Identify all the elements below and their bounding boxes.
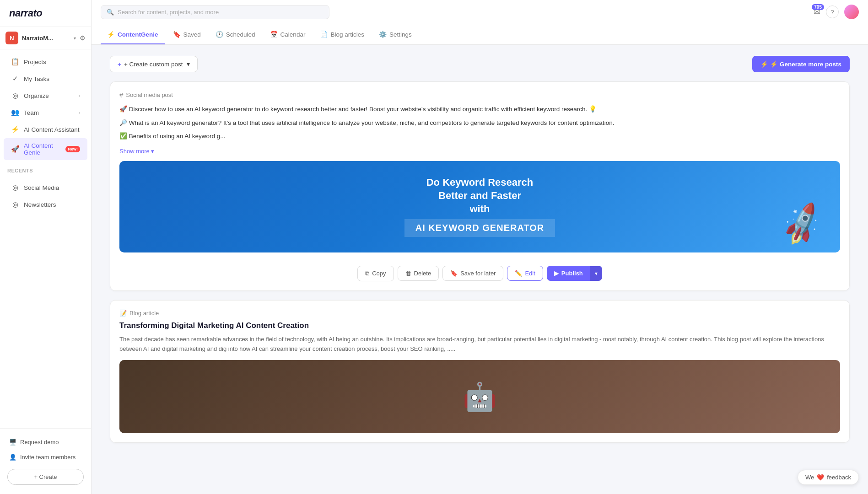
save-for-later-button[interactable]: 🔖 Save for later: [442, 266, 503, 281]
tab-icon-scheduled: 🕐: [216, 31, 223, 38]
dropdown-chevron-icon: ▾: [187, 60, 190, 68]
post-image-subtitle: AI KEYWORD GENERATOR: [404, 219, 555, 237]
action-bar: + + Create custom post ▾ ⚡ ⚡ Generate mo…: [110, 56, 850, 72]
social-media-icon: ◎: [11, 183, 19, 192]
tab-icon-blog-articles: 📄: [320, 31, 328, 38]
new-badge: New!: [65, 146, 80, 152]
sidebar-item-social-media[interactable]: ◎ Social Media: [4, 179, 87, 196]
chevron-icon: ›: [79, 110, 80, 115]
mail-badge: 705: [812, 4, 824, 10]
generate-label: ⚡ Generate more posts: [770, 60, 841, 68]
post-type-text: Social media post: [126, 91, 173, 98]
edit-button[interactable]: ✏️ Edit: [507, 266, 543, 281]
tab-label: Saved: [183, 31, 201, 38]
generate-more-posts-button[interactable]: ⚡ ⚡ Generate more posts: [752, 56, 850, 72]
sidebar-item-label: Organize: [24, 92, 49, 99]
search-box[interactable]: 🔍 Search for content, projects, and more: [101, 5, 329, 19]
tab-scheduled[interactable]: 🕐 Scheduled: [209, 24, 262, 44]
tab-icon-saved: 🔖: [173, 31, 181, 38]
blog-title: Transforming Digital Marketing AI Conten…: [119, 321, 840, 330]
post-line-3: ✅ Benefits of using an AI keyword g...: [119, 131, 840, 141]
topbar-right: ✉ 705 ?: [814, 5, 859, 19]
topbar: 🔍 Search for content, projects, and more…: [92, 0, 868, 24]
tab-label: Scheduled: [226, 31, 255, 38]
sidebar-item-newsletters[interactable]: ◎ Newsletters: [4, 196, 87, 213]
invite-team-item[interactable]: 👤 Invite team members: [4, 450, 87, 464]
logo: narrato: [9, 7, 82, 19]
sidebar-item-ai-content-genie[interactable]: 🚀 AI Content Genie New!: [4, 138, 87, 160]
workspace-row[interactable]: N NarratoM... ▾ ⚙: [0, 27, 91, 49]
create-custom-post-button[interactable]: + + Create custom post ▾: [110, 56, 198, 72]
tab-icon-calendar: 📅: [270, 31, 278, 38]
invite-team-icon: 👤: [9, 454, 16, 461]
content-area: + + Create custom post ▾ ⚡ ⚡ Generate mo…: [92, 45, 868, 494]
post-type-label: # Social media post: [119, 91, 840, 99]
workspace-gear-icon[interactable]: ⚙: [80, 34, 86, 42]
ai-genie-icon: 🚀: [11, 145, 19, 153]
create-button[interactable]: + Create: [7, 469, 84, 485]
sidebar-item-team[interactable]: 👥 Team ›: [4, 104, 87, 121]
sidebar-item-ai-content-assistant[interactable]: ⚡ AI Content Assistant: [4, 121, 87, 138]
workspace-chevron-icon: ▾: [74, 36, 76, 41]
request-demo-icon: 🖥️: [9, 439, 16, 446]
logo-area: narrato: [0, 0, 91, 27]
recents-section: ◎ Social Media ◎ Newsletters: [0, 175, 91, 217]
publish-play-icon: ▶: [554, 270, 559, 277]
copy-icon: ⧉: [365, 270, 369, 277]
request-demo-item[interactable]: 🖥️ Request demo: [4, 435, 87, 449]
workspace-icon: N: [5, 32, 18, 44]
tasks-icon: ✓: [11, 75, 19, 83]
sidebar: narrato N NarratoM... ▾ ⚙ 📋 Projects ✓ M…: [0, 0, 92, 494]
tab-content-genie[interactable]: ⚡ ContentGenie: [101, 24, 165, 44]
sidebar-item-label: Projects: [24, 59, 46, 65]
nav-section: 📋 Projects ✓ My Tasks ◎ Organize › 👥 Tea…: [0, 49, 91, 164]
tabs-bar: ⚡ ContentGenie 🔖 Saved 🕐 Scheduled 📅 Cal…: [92, 24, 868, 45]
show-more-button[interactable]: Show more ▾: [119, 148, 840, 155]
team-icon: 👥: [11, 108, 19, 117]
sidebar-item-organize[interactable]: ◎ Organize ›: [4, 87, 87, 104]
chevron-icon: ›: [79, 93, 80, 98]
main-area: 🔍 Search for content, projects, and more…: [92, 0, 868, 494]
bookmark-icon: 🔖: [450, 270, 458, 277]
post-actions: ⧉ Copy 🗑 Delete 🔖 Save for later ✏️ Edit: [119, 260, 840, 281]
workspace-name: NarratoM...: [22, 35, 70, 42]
publish-chevron-icon: ▾: [595, 270, 598, 277]
tab-label: Settings: [389, 31, 412, 38]
request-demo-label: Request demo: [20, 439, 59, 446]
avatar[interactable]: [844, 5, 859, 19]
tab-label: Calendar: [280, 31, 306, 38]
tab-blog-articles[interactable]: 📄 Blog articles: [313, 24, 371, 44]
blog-type-text: Blog article: [129, 310, 159, 317]
delete-button[interactable]: 🗑 Delete: [398, 266, 439, 281]
search-placeholder: Search for content, projects, and more: [118, 9, 219, 16]
sidebar-item-my-tasks[interactable]: ✓ My Tasks: [4, 70, 87, 87]
organize-icon: ◎: [11, 91, 19, 100]
blog-icon: 📝: [119, 310, 127, 317]
post-line-2: 🔎 What is an AI keyword generator? It's …: [119, 118, 840, 128]
feedback-button[interactable]: We ❤️ feedback: [798, 470, 859, 485]
heart-icon: ❤️: [817, 474, 824, 481]
create-custom-label: + Create custom post: [124, 61, 183, 68]
post-line-1: 🚀 Discover how to use an AI keyword gene…: [119, 104, 840, 114]
mail-button[interactable]: ✉ 705: [814, 7, 820, 17]
feedback-label-we: We: [805, 474, 814, 481]
copy-button[interactable]: ⧉ Copy: [357, 266, 394, 281]
publish-button[interactable]: ▶ Publish: [547, 266, 590, 281]
post-content: 🚀 Discover how to use an AI keyword gene…: [119, 104, 840, 141]
blog-excerpt: The past decade has seen remarkable adva…: [119, 335, 840, 354]
publish-dropdown-button[interactable]: ▾: [590, 266, 602, 281]
hashtag-icon: #: [119, 91, 123, 99]
invite-team-label: Invite team members: [20, 454, 75, 461]
sidebar-item-label: Social Media: [24, 184, 59, 191]
tab-calendar[interactable]: 📅 Calendar: [264, 24, 312, 44]
post-image-banner: Do Keyword Research Better and Faster wi…: [119, 161, 840, 252]
tab-settings[interactable]: ⚙️ Settings: [372, 24, 418, 44]
sidebar-item-projects[interactable]: 📋 Projects: [4, 54, 87, 70]
tab-saved[interactable]: 🔖 Saved: [167, 24, 207, 44]
newsletters-icon: ◎: [11, 200, 19, 209]
robot-decoration: 🤖: [463, 381, 497, 413]
sidebar-item-label: AI Content Assistant: [24, 126, 80, 133]
help-icon: ?: [830, 9, 834, 16]
social-media-post-card: # Social media post 🚀 Discover how to us…: [110, 81, 850, 291]
help-button[interactable]: ?: [826, 5, 839, 18]
